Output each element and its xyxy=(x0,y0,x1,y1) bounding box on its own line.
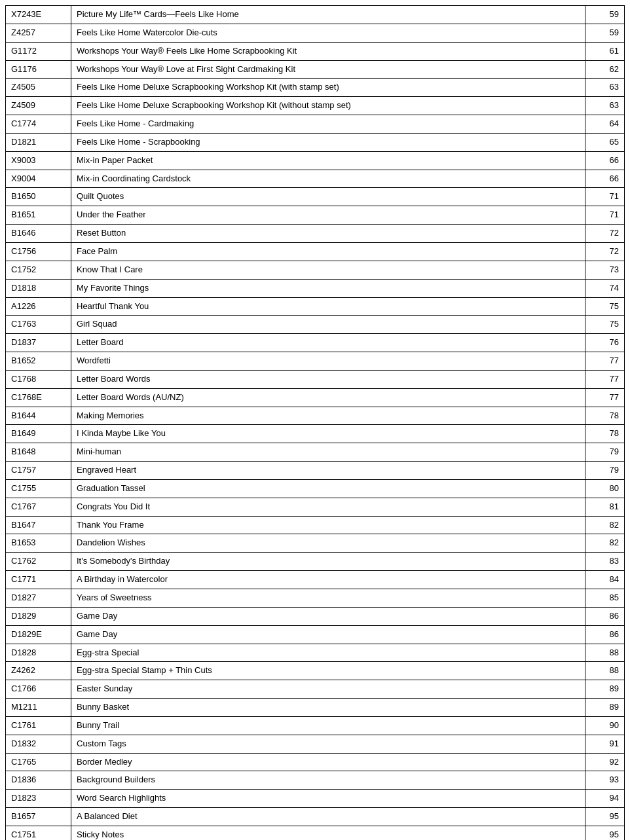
product-code: D1828 xyxy=(6,644,71,662)
product-page: 63 xyxy=(585,97,625,115)
product-code: C1763 xyxy=(6,316,71,334)
table-row: G1176Workshops Your Way® Love at First S… xyxy=(6,60,625,79)
product-page: 77 xyxy=(585,370,625,388)
product-name: Bunny Trail xyxy=(71,716,585,735)
product-name: A Birthday in Watercolor xyxy=(71,571,585,589)
table-row: D1829EGame Day86 xyxy=(6,625,625,644)
product-name: Picture My Life™ Cards—Feels Like Home xyxy=(71,6,585,24)
table-row: C1771A Birthday in Watercolor84 xyxy=(6,571,625,589)
product-code: C1768E xyxy=(6,388,71,407)
product-page: 66 xyxy=(585,170,625,188)
product-code: B1648 xyxy=(6,443,71,462)
table-row: D1828Egg-stra Special88 xyxy=(6,644,625,662)
product-page: 89 xyxy=(585,699,625,717)
product-name: Engraved Heart xyxy=(71,462,585,480)
product-name: Making Memories xyxy=(71,407,585,425)
product-code: B1653 xyxy=(6,534,71,553)
product-code: D1827 xyxy=(6,589,71,608)
table-row: D1827Years of Sweetness85 xyxy=(6,589,625,608)
table-row: M1211Bunny Basket89 xyxy=(6,699,625,717)
product-code: A1226 xyxy=(6,297,71,316)
table-row: C1761Bunny Trail90 xyxy=(6,716,625,735)
product-code: X9004 xyxy=(6,170,71,188)
product-code: G1172 xyxy=(6,42,71,60)
product-code: D1837 xyxy=(6,334,71,352)
product-code: D1832 xyxy=(6,735,71,753)
product-page: 91 xyxy=(585,735,625,753)
product-name: Feels Like Home - Scrapbooking xyxy=(71,133,585,151)
product-name: Graduation Tassel xyxy=(71,479,585,498)
product-page: 83 xyxy=(585,553,625,571)
product-name: Egg-stra Special Stamp + Thin Cuts xyxy=(71,662,585,680)
product-name: Workshops Your Way® Love at First Sight … xyxy=(71,60,585,79)
product-code: C1765 xyxy=(6,753,71,771)
product-page: 92 xyxy=(585,753,625,771)
product-name: Background Builders xyxy=(71,771,585,790)
product-code: D1829E xyxy=(6,625,71,644)
product-name: Dandelion Wishes xyxy=(71,534,585,553)
product-page: 76 xyxy=(585,334,625,352)
table-row: D1818My Favorite Things74 xyxy=(6,279,625,297)
product-page: 61 xyxy=(585,42,625,60)
product-page: 77 xyxy=(585,388,625,407)
product-page: 95 xyxy=(585,808,625,826)
product-page: 93 xyxy=(585,771,625,790)
product-code: M1211 xyxy=(6,699,71,717)
product-code: B1646 xyxy=(6,225,71,243)
product-page: 78 xyxy=(585,407,625,425)
table-row: C1755Graduation Tassel80 xyxy=(6,479,625,498)
product-name: Heartful Thank You xyxy=(71,297,585,316)
product-page: 59 xyxy=(585,24,625,42)
product-page: 86 xyxy=(585,625,625,644)
product-name: Mini-human xyxy=(71,443,585,462)
product-name: Feels Like Home Deluxe Scrapbooking Work… xyxy=(71,79,585,97)
product-code: C1767 xyxy=(6,498,71,516)
product-name: Workshops Your Way® Feels Like Home Scra… xyxy=(71,42,585,60)
product-code: B1644 xyxy=(6,407,71,425)
product-code: Z4262 xyxy=(6,662,71,680)
product-name: Custom Tags xyxy=(71,735,585,753)
product-code: C1762 xyxy=(6,553,71,571)
product-page: 77 xyxy=(585,352,625,371)
product-name: Sticky Notes xyxy=(71,826,585,840)
product-page: 85 xyxy=(585,589,625,608)
table-row: Z4262Egg-stra Special Stamp + Thin Cuts8… xyxy=(6,662,625,680)
product-code: D1823 xyxy=(6,790,71,808)
product-name: Border Medley xyxy=(71,753,585,771)
product-page: 78 xyxy=(585,425,625,443)
product-code: C1768 xyxy=(6,370,71,388)
product-page: 75 xyxy=(585,316,625,334)
product-code: B1651 xyxy=(6,206,71,225)
table-row: C1756Face Palm72 xyxy=(6,242,625,261)
product-name: Letter Board Words (AU/NZ) xyxy=(71,388,585,407)
product-table: X7243EPicture My Life™ Cards—Feels Like … xyxy=(5,5,625,840)
product-name: Egg-stra Special xyxy=(71,644,585,662)
table-row: C1757Engraved Heart79 xyxy=(6,462,625,480)
product-page: 80 xyxy=(585,479,625,498)
table-row: Z4257Feels Like Home Watercolor Die-cuts… xyxy=(6,24,625,42)
table-row: B1648Mini-human79 xyxy=(6,443,625,462)
product-code: B1650 xyxy=(6,188,71,206)
product-name: Know That I Care xyxy=(71,261,585,279)
table-row: D1829Game Day86 xyxy=(6,607,625,625)
product-name: Feels Like Home Watercolor Die-cuts xyxy=(71,24,585,42)
table-row: C1765Border Medley92 xyxy=(6,753,625,771)
table-row: B1644Making Memories78 xyxy=(6,407,625,425)
product-name: Letter Board xyxy=(71,334,585,352)
table-row: G1172Workshops Your Way® Feels Like Home… xyxy=(6,42,625,60)
product-page: 95 xyxy=(585,826,625,840)
product-page: 84 xyxy=(585,571,625,589)
product-page: 79 xyxy=(585,443,625,462)
table-row: B1653Dandelion Wishes82 xyxy=(6,534,625,553)
table-row: B1657A Balanced Diet95 xyxy=(6,808,625,826)
product-code: B1647 xyxy=(6,516,71,534)
product-name: Face Palm xyxy=(71,242,585,261)
product-name: Mix-in Coordinating Cardstock xyxy=(71,170,585,188)
product-name: Easter Sunday xyxy=(71,680,585,699)
product-name: Quilt Quotes xyxy=(71,188,585,206)
table-row: X7243EPicture My Life™ Cards—Feels Like … xyxy=(6,6,625,24)
product-code: C1755 xyxy=(6,479,71,498)
table-row: C1751Sticky Notes95 xyxy=(6,826,625,840)
product-page: 79 xyxy=(585,462,625,480)
table-row: B1646Reset Button72 xyxy=(6,225,625,243)
